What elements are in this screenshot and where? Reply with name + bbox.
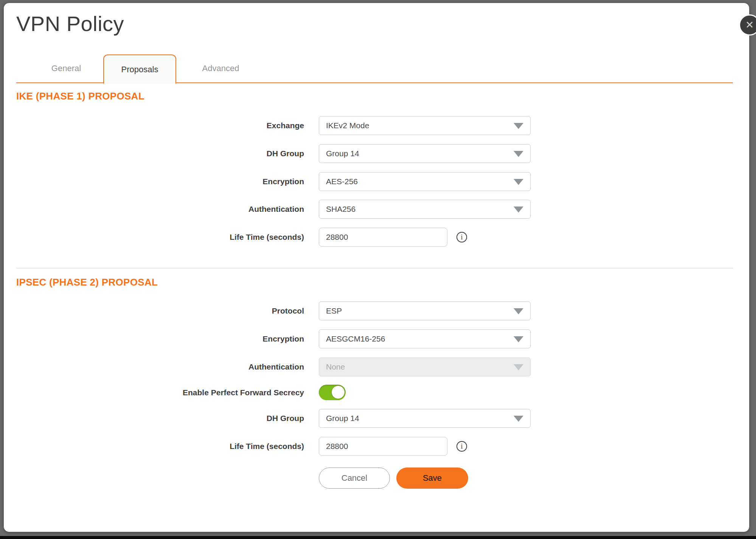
encryption-label: Encryption	[4, 329, 304, 348]
chevron-down-icon	[514, 151, 523, 157]
dh-group-value: Group 14	[326, 414, 359, 423]
form-row-exchange: Exchange IKEv2 Mode	[4, 116, 749, 135]
section-divider	[16, 268, 733, 269]
close-icon: ✕	[745, 20, 754, 30]
section-heading-ipsec-phase2: IPSEC (PHASE 2) PROPOSAL	[16, 276, 158, 288]
chevron-down-icon	[514, 123, 523, 129]
form-row-encryption-phase2: Encryption AESGCM16-256	[4, 329, 749, 348]
chevron-down-icon	[514, 336, 523, 342]
pfs-toggle-on[interactable]	[319, 385, 346, 400]
life-time-input-phase2[interactable]	[319, 437, 447, 456]
authentication-label: Authentication	[4, 200, 304, 219]
authentication-value: None	[326, 362, 345, 371]
dh-group-select-phase1[interactable]: Group 14	[319, 144, 531, 163]
encryption-select-phase1[interactable]: AES-256	[319, 172, 531, 191]
dh-group-label: DH Group	[4, 144, 304, 163]
tab-general[interactable]: General	[29, 54, 103, 82]
protocol-select[interactable]: ESP	[319, 301, 531, 320]
life-time-label: Life Time (seconds)	[4, 228, 304, 247]
chevron-down-icon	[514, 207, 523, 213]
toggle-knob	[332, 386, 345, 399]
protocol-value: ESP	[326, 306, 342, 315]
form-row-encryption-phase1: Encryption AES-256	[4, 172, 749, 191]
form-row-dh-group-phase1: DH Group Group 14	[4, 144, 749, 163]
encryption-value: AES-256	[326, 177, 358, 186]
exchange-value: IKEv2 Mode	[326, 121, 369, 130]
close-button[interactable]: ✕	[739, 14, 756, 36]
dh-group-value: Group 14	[326, 149, 359, 158]
authentication-value: SHA256	[326, 205, 355, 214]
dh-group-select-phase2[interactable]: Group 14	[319, 409, 531, 428]
form-row-authentication-phase1: Authentication SHA256	[4, 200, 749, 219]
exchange-select[interactable]: IKEv2 Mode	[319, 116, 531, 135]
authentication-select-phase2-disabled: None	[319, 357, 531, 376]
form-row-protocol: Protocol ESP	[4, 301, 749, 320]
life-time-input-phase1[interactable]	[319, 228, 447, 247]
protocol-label: Protocol	[4, 301, 304, 320]
chevron-down-icon	[514, 179, 523, 185]
chevron-down-icon	[514, 416, 523, 422]
encryption-value: AESGCM16-256	[326, 334, 385, 343]
pfs-label: Enable Perfect Forward Secrecy	[4, 385, 304, 400]
authentication-label: Authentication	[4, 357, 304, 376]
form-row-dh-group-phase2: DH Group Group 14	[4, 409, 749, 428]
dh-group-label: DH Group	[4, 409, 304, 428]
form-row-perfect-forward-secrecy: Enable Perfect Forward Secrecy	[4, 385, 749, 400]
encryption-label: Encryption	[4, 172, 304, 191]
info-icon[interactable]: i	[456, 441, 467, 452]
chevron-down-icon	[514, 308, 523, 314]
life-time-label: Life Time (seconds)	[4, 437, 304, 456]
tab-advanced[interactable]: Advanced	[176, 54, 265, 82]
vpn-policy-dialog: VPN Policy ✕ General Proposals Advanced …	[4, 3, 749, 532]
exchange-label: Exchange	[4, 116, 304, 135]
tab-label: Advanced	[202, 64, 239, 73]
form-row-life-time-phase1: Life Time (seconds) i	[4, 228, 749, 247]
chevron-down-icon	[514, 364, 523, 370]
page-title: VPN Policy	[16, 11, 124, 36]
cancel-button[interactable]: Cancel	[319, 468, 390, 489]
tab-label: Proposals	[121, 65, 158, 75]
form-row-authentication-phase2: Authentication None	[4, 357, 749, 376]
tab-proposals[interactable]: Proposals	[103, 54, 176, 84]
authentication-select-phase1[interactable]: SHA256	[319, 200, 531, 219]
form-row-life-time-phase2: Life Time (seconds) i	[4, 437, 749, 456]
encryption-select-phase2[interactable]: AESGCM16-256	[319, 329, 531, 348]
tab-label: General	[51, 64, 81, 73]
save-button[interactable]: Save	[396, 468, 468, 489]
section-heading-ike-phase1: IKE (PHASE 1) PROPOSAL	[16, 90, 144, 102]
info-icon[interactable]: i	[456, 232, 467, 242]
